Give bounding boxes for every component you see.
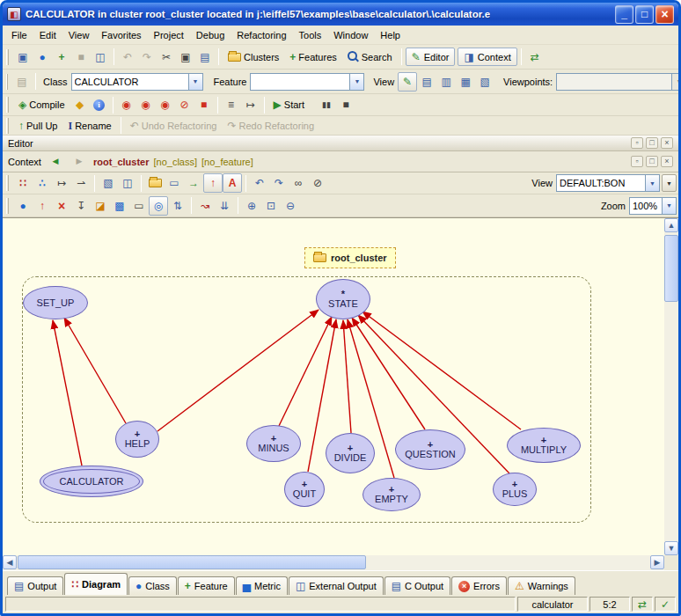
export-diagram-button[interactable]: ◫ — [118, 173, 137, 193]
cluster-folder-button[interactable] — [145, 173, 165, 193]
diagram-node-help[interactable]: + HELP — [115, 421, 159, 458]
scroll-up-button[interactable]: ▲ — [664, 218, 678, 232]
tab-diagram[interactable]: ∷ Diagram — [64, 573, 128, 595]
view-interface-button[interactable]: ▦ — [456, 72, 475, 92]
paste-button[interactable]: ▤ — [195, 48, 215, 67]
diagram-view-combobox[interactable]: ▼ — [556, 174, 660, 192]
tab-metric[interactable]: ▅ Metric — [236, 576, 288, 595]
redo-refactoring-button[interactable]: ↷ Redo Refactoring — [222, 116, 319, 136]
pause-button[interactable]: ▮▮ — [317, 95, 336, 114]
anchor-button[interactable]: ↧ — [71, 196, 91, 216]
diagram-node-minus[interactable]: + MINUS — [246, 425, 301, 462]
diagram-node-state[interactable]: * STATE — [316, 279, 370, 319]
diagram-node-multiply[interactable]: + MULTIPLY — [507, 428, 581, 463]
context-close-button[interactable]: × — [661, 156, 673, 167]
zoom-in-button[interactable]: ⊕ — [242, 196, 261, 216]
breakpoints-list-button[interactable]: ≡ — [222, 95, 241, 114]
float-panel-button[interactable]: ▫ — [631, 137, 643, 149]
labels-toggle-button[interactable]: A — [223, 173, 242, 193]
menu-view[interactable]: View — [62, 27, 96, 43]
tab-external-output[interactable]: ◫ External Output — [289, 576, 384, 595]
debug-run-button[interactable]: ◉ — [117, 95, 136, 114]
view-contract-button[interactable]: ▥ — [436, 72, 456, 92]
scroll-down-button[interactable]: ▼ — [664, 541, 678, 555]
diagram-node-calculator[interactable]: CALCULATOR — [40, 466, 143, 497]
project-info-button[interactable]: i — [90, 95, 109, 114]
diagram-node-plus[interactable]: + PLUS — [493, 473, 537, 506]
tab-warnings[interactable]: ⚠ Warnings — [508, 576, 575, 595]
export-picture-button[interactable]: ▧ — [99, 173, 118, 193]
context-forward-button[interactable]: ▶ — [70, 152, 89, 172]
new-figure-button[interactable]: ▭ — [129, 196, 149, 216]
maximize-button[interactable]: □ — [635, 5, 654, 24]
unlink-button[interactable]: ⊘ — [308, 173, 327, 193]
horizontal-scrollbar[interactable]: ◀ ▶ — [3, 555, 678, 570]
context-maximize-button[interactable]: □ — [646, 156, 658, 167]
diagram-view-input[interactable] — [557, 175, 645, 191]
feature-combo-dropdown-icon[interactable]: ▼ — [349, 74, 363, 90]
debug-out-button[interactable]: ◉ — [156, 95, 175, 114]
view-flat-button[interactable]: ▤ — [417, 72, 436, 92]
vertical-scrollbar[interactable]: ▲ ▼ — [664, 218, 678, 555]
stop-debug-button[interactable]: ■ — [194, 95, 214, 114]
diagram-undo-button[interactable]: ↶ — [250, 173, 269, 193]
send-to-button[interactable]: ▤ — [12, 72, 32, 92]
vertical-scroll-track[interactable] — [664, 232, 678, 541]
open-file-button[interactable]: ● — [33, 48, 52, 67]
close-button[interactable]: × — [655, 5, 674, 24]
menu-favorites[interactable]: Favorites — [95, 27, 147, 43]
scroll-right-button[interactable]: ▶ — [650, 555, 664, 569]
menu-edit[interactable]: Edit — [33, 27, 62, 43]
tab-errors[interactable]: × Errors — [451, 576, 507, 595]
diagram-node-divide[interactable]: + DIVIDE — [326, 433, 375, 473]
window-pane-button[interactable]: ▭ — [165, 173, 184, 193]
freeze-button[interactable]: ◆ — [70, 95, 90, 114]
context-back-button[interactable]: ◀ — [46, 152, 65, 172]
link-button[interactable]: ∞ — [289, 173, 308, 193]
compile-button[interactable]: ◈ Compile — [13, 95, 70, 114]
tab-c-output[interactable]: ▤ C Output — [384, 576, 450, 595]
horizontal-scroll-track[interactable] — [17, 555, 650, 570]
tab-class[interactable]: ● Class — [128, 576, 177, 595]
inheritance-link-tool-button[interactable]: ↦ — [52, 173, 71, 193]
class-combobox[interactable]: ▼ — [71, 73, 203, 91]
zoom-dropdown-icon[interactable]: ▼ — [662, 198, 676, 214]
client-link-tool-button[interactable]: ⇀ — [71, 173, 91, 193]
menu-refactoring[interactable]: Refactoring — [231, 27, 292, 43]
inheritance-view-button[interactable]: ↑ — [203, 173, 223, 193]
cluster-label[interactable]: root_cluster — [304, 247, 396, 268]
editor-toggle-button[interactable]: ✎ Editor — [406, 48, 456, 66]
reroute-button[interactable]: ↝ — [195, 196, 215, 216]
diagram-redo-button[interactable]: ↷ — [269, 173, 289, 193]
view-menu-button[interactable]: ▼ — [662, 174, 677, 192]
search-button[interactable]: Search — [342, 48, 398, 67]
ignore-breakpoints-button[interactable]: ⊘ — [175, 95, 194, 114]
diagram-node-quit[interactable]: + QUIT — [284, 472, 325, 507]
zoom-combobox[interactable]: ▼ — [629, 197, 677, 215]
delete-figure-button[interactable]: × — [52, 196, 71, 216]
debug-step-button[interactable]: ◉ — [136, 95, 156, 114]
menu-window[interactable]: Window — [327, 27, 374, 43]
view-editor-button[interactable]: ✎ — [398, 72, 417, 92]
feature-combobox[interactable]: ▼ — [250, 73, 364, 91]
rename-button[interactable]: I Rename — [62, 116, 116, 136]
diagram-canvas[interactable]: root_cluster SET_UP * STATE + HELP CALCU… — [3, 218, 664, 555]
context-float-button[interactable]: ▫ — [631, 156, 643, 167]
go-to-target-button[interactable]: → — [184, 173, 203, 193]
diagram-node-question[interactable]: + QUESTION — [395, 429, 465, 470]
menu-debug[interactable]: Debug — [190, 27, 231, 43]
undo-button[interactable]: ↶ — [118, 48, 137, 67]
ancestors-button[interactable]: ↑ — [33, 196, 52, 216]
diagram-node-set-up[interactable]: SET_UP — [23, 286, 88, 319]
class-browse-button[interactable]: ● — [13, 196, 33, 216]
close-panel-button[interactable]: × — [661, 137, 673, 149]
class-combo-input[interactable] — [72, 74, 188, 90]
features-button[interactable]: + Features — [284, 48, 341, 67]
scroll-left-button[interactable]: ◀ — [3, 555, 17, 569]
synchronize-button[interactable]: ⇄ — [525, 48, 545, 67]
undo-refactoring-button[interactable]: ↶ Undo Refactoring — [125, 116, 223, 136]
tab-output[interactable]: ▤ Output — [7, 576, 63, 595]
zoom-input[interactable] — [630, 198, 662, 214]
new-class-tool-button[interactable]: ∷ — [13, 173, 33, 193]
save-button[interactable]: ◫ — [91, 48, 110, 67]
